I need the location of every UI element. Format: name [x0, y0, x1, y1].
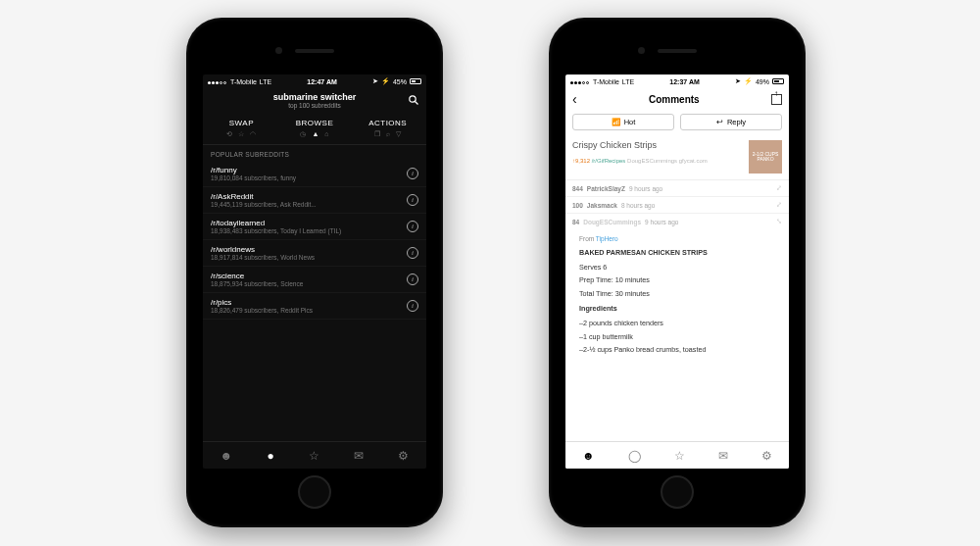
carrier-label: T-Mobile [593, 78, 619, 85]
sub-meta: 18,938,483 subscribers, Today I Learned … [211, 227, 407, 234]
sub-meta: 18,917,814 subscribers, World News [211, 254, 407, 261]
sub-name: /r/todayilearned [211, 219, 407, 227]
camera [638, 47, 645, 54]
comment-user: PatrickSlayZ [587, 185, 625, 192]
hot-label: Hot [624, 118, 636, 126]
segment-actions[interactable]: ACTIONS ❐⌕▽ [351, 119, 424, 138]
comment-score: 84 [572, 219, 579, 225]
subreddit-row[interactable]: /r/science18,875,934 subscribers, Scienc… [203, 267, 426, 293]
share-icon[interactable] [771, 94, 782, 105]
sub-meta: 18,875,934 subscribers, Science [211, 280, 407, 287]
source-link[interactable]: TipHero [596, 235, 618, 242]
ingredient-line: –2 pounds chicken tenders [579, 319, 782, 329]
expand-icon[interactable]: ⤢ [776, 184, 782, 192]
segment-label: SWAP [205, 119, 278, 127]
speaker [658, 49, 697, 53]
collapse-icon[interactable]: ⤡ [776, 218, 782, 225]
gear-icon[interactable]: ⚙ [761, 449, 772, 463]
network-label: LTE [260, 78, 271, 85]
flame-icon: ▲ [312, 130, 318, 138]
comment-collapsed[interactable]: 100Jaksmack8 hours ago⤢ [565, 197, 789, 214]
reply-button[interactable]: ↩Reply [680, 114, 782, 130]
svg-line-1 [416, 102, 418, 105]
carrier-label: T-Mobile [230, 78, 257, 85]
post-title: Crispy Chicken Strips [572, 140, 743, 150]
subreddit-row[interactable]: /r/todayilearned18,938,483 subscribers, … [203, 214, 426, 240]
subreddit-row[interactable]: /r/funny19,810,084 subscribers, funnyi [203, 161, 426, 187]
reply-icon: ↩ [716, 118, 723, 126]
mail-icon[interactable]: ✉ [718, 449, 728, 463]
circle-icon[interactable]: ◯ [628, 449, 641, 463]
camera [275, 47, 282, 54]
comment-user: Jaksmack [587, 202, 617, 209]
recipe-line: Serves 6 [579, 263, 782, 273]
info-icon[interactable]: i [407, 300, 418, 312]
subreddit-row[interactable]: /r/worldnews18,917,814 subscribers, Worl… [203, 240, 426, 267]
star-tab-icon[interactable]: ☆ [309, 449, 319, 463]
sub-name: /r/AskReddit [211, 192, 407, 201]
sub-name: /r/funny [211, 166, 407, 174]
source-line: From TipHero [579, 234, 782, 244]
sub-meta: 19,445,119 subscribers, Ask Reddit... [211, 201, 407, 208]
battery-icon [772, 78, 784, 84]
sub-name: /r/pics [211, 298, 407, 307]
random-icon: ⟲ [226, 130, 232, 138]
comment-age: 9 hours ago [645, 219, 678, 225]
recipe-line: Total Time: 30 minutes [579, 289, 782, 300]
status-bar: T-Mobile LTE 12:47 AM ➤ ⚡ 45% [203, 74, 426, 88]
mail-icon[interactable]: ✉ [354, 449, 364, 463]
sub-meta: 18,826,479 subscribers, Reddit Pics [211, 307, 407, 314]
comment-score: 100 [572, 202, 583, 209]
home-button[interactable] [298, 475, 331, 509]
bluetooth-icon: ⚡ [381, 77, 390, 85]
info-icon[interactable]: i [407, 221, 418, 232]
gear-icon[interactable]: ⚙ [398, 449, 409, 463]
info-icon[interactable]: i [407, 247, 418, 259]
post-author: DougESCummings [627, 158, 677, 164]
battery-label: 45% [393, 78, 407, 85]
subreddit-row[interactable]: /r/pics18,826,479 subscribers, Reddit Pi… [203, 293, 426, 320]
filter-icon: ▽ [396, 130, 401, 138]
home-button[interactable] [661, 475, 694, 509]
hot-button[interactable]: 📶Hot [572, 114, 674, 130]
comment-expanded-header[interactable]: 84DougESCummings9 hours ago⤡ [565, 214, 789, 229]
segment-label: BROWSE [278, 119, 352, 127]
star-tab-icon[interactable]: ☆ [674, 449, 685, 463]
post-thumbnail[interactable]: 2-1/2 CUPS PANKO [749, 140, 782, 174]
expand-icon[interactable]: ⤢ [776, 201, 782, 209]
post-meta: ↑9,312 /r/GifRecipes DougESCummings gfyc… [572, 158, 743, 164]
segment-bar: SWAP ⟲☆◠ BROWSE ◷▲⌂ ACTIONS ❐⌕▽ [203, 115, 426, 145]
post[interactable]: Crispy Chicken Strips ↑9,312 /r/GifRecip… [565, 134, 789, 180]
svg-point-0 [410, 96, 416, 102]
signal-icon [570, 78, 590, 85]
info-icon[interactable]: i [407, 194, 418, 206]
star-icon: ☆ [238, 130, 244, 138]
battery-label: 49% [756, 78, 769, 85]
home-icon: ⌂ [324, 130, 328, 138]
info-icon[interactable]: i [407, 168, 418, 179]
alien-icon[interactable]: ☻ [582, 449, 595, 463]
page-title: submarine switcher [203, 92, 426, 102]
battery-icon [410, 78, 421, 84]
sub-name: /r/worldnews [211, 245, 407, 254]
comment-user: DougESCummings [583, 219, 641, 225]
location-icon: ➤ [735, 77, 741, 85]
segment-swap[interactable]: SWAP ⟲☆◠ [205, 119, 278, 138]
status-bar: T-Mobile LTE 12:37 AM ➤ ⚡ 49% [565, 74, 789, 88]
search-icon[interactable] [408, 94, 419, 106]
bezel: T-Mobile LTE 12:37 AM ➤ ⚡ 49% ‹ Comments… [557, 25, 798, 520]
alien-icon[interactable]: ☻ [220, 449, 233, 463]
comment-body: From TipHero BAKED PARMESAN CHICKEN STRI… [565, 229, 789, 364]
back-icon[interactable]: ‹ [572, 91, 577, 107]
comment-collapsed[interactable]: 844PatrickSlayZ9 hours ago⤢ [565, 180, 789, 197]
subreddit-row[interactable]: /r/AskReddit19,445,119 subscribers, Ask … [203, 187, 426, 214]
phone-light: T-Mobile LTE 12:37 AM ➤ ⚡ 49% ‹ Comments… [549, 18, 806, 527]
section-header: POPULAR SUBREDDITS [203, 145, 426, 161]
post-domain: gfycat.com [679, 158, 708, 164]
search-small-icon: ⌕ [386, 130, 390, 138]
page-subtitle: top 100 subreddits [203, 102, 426, 109]
circle-icon[interactable]: ● [267, 449, 273, 463]
info-icon[interactable]: i [407, 273, 418, 285]
segment-browse[interactable]: BROWSE ◷▲⌂ [278, 119, 352, 138]
location-icon: ➤ [372, 77, 378, 85]
